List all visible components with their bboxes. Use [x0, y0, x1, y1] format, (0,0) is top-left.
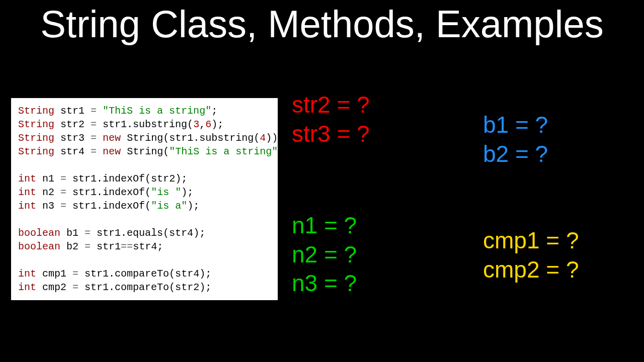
code-token: int — [18, 282, 36, 293]
code-token: new — [103, 132, 121, 144]
code-token: ); — [187, 200, 199, 212]
code-token: 6 — [205, 119, 211, 130]
code-token: "ThiS is a string" — [103, 105, 211, 117]
code-token: = — [91, 146, 97, 157]
code-token: 4 — [260, 132, 266, 144]
code-token: int — [18, 200, 36, 212]
code-token: str1.equals(str4); — [97, 227, 205, 239]
code-token: = — [91, 132, 97, 144]
question-str2: str2 = ? — [292, 90, 370, 120]
code-token: str4; — [133, 241, 163, 252]
code-token: b2 — [66, 241, 78, 252]
code-token: String(str1.substring( — [127, 132, 260, 144]
code-token: = — [60, 200, 66, 212]
code-token: = — [60, 173, 66, 185]
code-token: cmp1 — [42, 268, 66, 280]
code-block: String str1 = "ThiS is a string"; String… — [11, 98, 278, 300]
code-token: ; — [211, 105, 217, 117]
question-cmp1: cmp1 = ? — [483, 226, 579, 255]
code-token: String — [18, 132, 54, 144]
code-token: int — [18, 268, 36, 280]
code-token: str2 — [60, 119, 85, 130]
question-cmp2: cmp2 = ? — [483, 255, 579, 285]
code-token: n1 — [42, 173, 54, 185]
code-token: String( — [127, 146, 169, 157]
code-token: str1.compareTo(str2); — [85, 282, 211, 293]
question-group-n: n1 = ? n2 = ? n3 = ? — [292, 211, 357, 298]
code-token: int — [18, 173, 36, 185]
code-token: String — [18, 146, 54, 157]
code-token: str3 — [60, 132, 85, 144]
code-token: "is a" — [151, 200, 187, 212]
code-token: = — [60, 187, 66, 198]
code-token: String — [18, 119, 54, 130]
code-token: = — [91, 105, 97, 117]
code-token: str1.compareTo(str4); — [85, 268, 211, 280]
code-token: = — [72, 282, 78, 293]
code-token: )); — [266, 132, 284, 144]
question-n2: n2 = ? — [292, 240, 357, 269]
code-token: , — [199, 119, 205, 130]
code-token: "ThiS is a string" — [169, 146, 278, 157]
code-token: = — [72, 268, 78, 280]
code-token: cmp2 — [42, 282, 66, 293]
code-token: int — [18, 187, 36, 198]
code-token: = — [91, 119, 97, 130]
question-str3: str3 = ? — [292, 120, 370, 149]
code-token: = — [85, 241, 91, 252]
question-b1: b1 = ? — [483, 111, 548, 140]
code-token: String — [18, 105, 54, 117]
code-token: n3 — [42, 200, 54, 212]
code-token: ); — [181, 187, 193, 198]
question-group-str: str2 = ? str3 = ? — [292, 90, 370, 148]
code-token: ); — [278, 146, 290, 157]
code-token: str1 — [60, 105, 85, 117]
slide-title: String Class, Methods, Examples — [0, 0, 644, 44]
question-group-b: b1 = ? b2 = ? — [483, 111, 548, 168]
code-token: str1.indexOf(str2); — [72, 173, 187, 185]
code-token: n2 — [42, 187, 54, 198]
question-group-cmp: cmp1 = ? cmp2 = ? — [483, 226, 579, 284]
code-token: boolean — [18, 241, 60, 252]
code-token: str1.substring( — [103, 119, 193, 130]
code-token: "is " — [151, 187, 181, 198]
question-n3: n3 = ? — [292, 269, 357, 298]
code-token: str1 — [97, 241, 121, 252]
code-token: ); — [211, 119, 223, 130]
code-token: str1.indexOf( — [72, 187, 151, 198]
code-token: 3 — [193, 119, 199, 130]
question-n1: n1 = ? — [292, 211, 357, 240]
code-token: == — [121, 241, 133, 252]
code-token: str4 — [60, 146, 85, 157]
code-token: new — [103, 146, 121, 157]
code-token: boolean — [18, 227, 60, 239]
code-token: b1 — [66, 227, 78, 239]
question-b2: b2 = ? — [483, 140, 548, 169]
code-token: = — [85, 227, 91, 239]
code-token: str1.indexOf( — [72, 200, 151, 212]
